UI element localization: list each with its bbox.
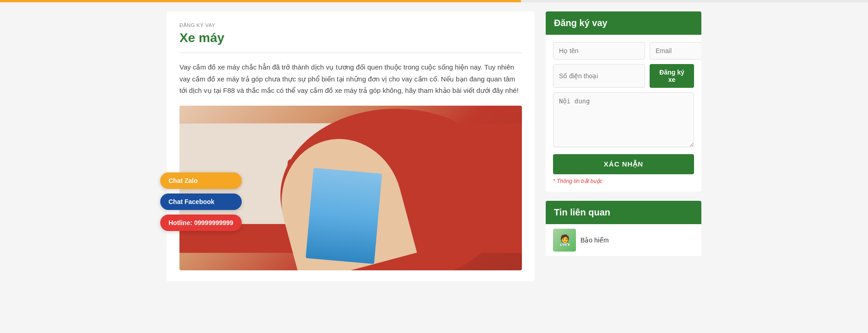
svg-rect-3: [288, 159, 522, 253]
main-content: ĐĂNG KÝ VAY Xe máy Vay cầm đồ xe máy chắ…: [167, 11, 535, 281]
svg-rect-10: [305, 177, 360, 217]
svg-text:$20: $20: [312, 191, 321, 198]
svg-point-5: [286, 190, 375, 258]
svg-rect-11: [308, 177, 361, 213]
related-items-list: 🧑‍⚕️ Bảo hiểm: [546, 224, 701, 257]
svg-rect-7: [314, 190, 343, 236]
register-xe-button[interactable]: Đăng ký xe: [650, 64, 694, 88]
svg-text:$20: $20: [318, 192, 329, 200]
page-title: Xe máy: [179, 31, 522, 45]
related-item[interactable]: 🧑‍⚕️ Bảo hiểm: [546, 224, 701, 257]
related-thumbnail: 🧑‍⚕️: [553, 229, 576, 252]
hotline-button[interactable]: Hotline: 09999999999: [160, 215, 242, 231]
sidebar: Đăng ký vay Đăng ký xe XÁC NHẬN * Thông …: [546, 11, 701, 281]
page-layout: ĐĂNG KÝ VAY Xe máy Vay cầm đồ xe máy chắ…: [159, 2, 709, 290]
related-item-label: Bảo hiểm: [580, 236, 609, 244]
submit-button[interactable]: XÁC NHẬN: [553, 154, 694, 174]
article-description: Vay cầm đồ xe máy chắc hẳn đã trở thành …: [179, 61, 522, 97]
breadcrumb: ĐĂNG KÝ VAY: [179, 22, 522, 28]
form-row-phone-register: Đăng ký xe: [553, 64, 694, 88]
related-card-header: Tin liên quan: [546, 201, 701, 224]
required-note: * Thông tin bắt buộc: [553, 178, 694, 184]
svg-rect-6: [297, 193, 332, 241]
floating-buttons: Chat Zalo Chat Facebook Hotline: 0999999…: [160, 172, 242, 231]
divider: [179, 53, 522, 53]
svg-rect-9: [338, 192, 364, 232]
svg-point-4: [335, 177, 400, 199]
phone-input[interactable]: [553, 64, 645, 88]
form-card-body: Đăng ký xe XÁC NHẬN * Thông tin bắt buộc: [546, 35, 701, 192]
form-row-name-email: [553, 42, 694, 59]
content-textarea[interactable]: [553, 92, 694, 147]
related-news-card: Tin liên quan 🧑‍⚕️ Bảo hiểm: [546, 201, 701, 257]
registration-form-card: Đăng ký vay Đăng ký xe XÁC NHẬN * Thông …: [546, 11, 701, 192]
chat-zalo-button[interactable]: Chat Zalo: [160, 172, 242, 189]
svg-rect-8: [329, 191, 352, 232]
fullname-input[interactable]: [553, 42, 645, 59]
form-card-header: Đăng ký vay: [546, 11, 701, 35]
chat-facebook-button[interactable]: Chat Facebook: [160, 193, 242, 210]
email-input[interactable]: [650, 42, 701, 59]
svg-rect-12: [311, 177, 361, 209]
